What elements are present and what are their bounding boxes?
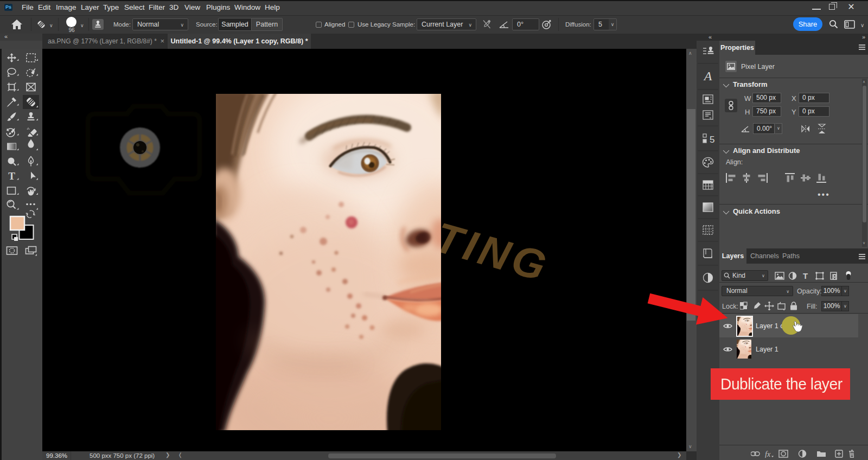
svg-text:fx: fx	[765, 450, 771, 458]
svg-text:5: 5	[710, 135, 714, 145]
svg-text:T: T	[8, 170, 15, 182]
svg-text:T: T	[803, 271, 808, 280]
svg-text:A: A	[703, 69, 712, 83]
